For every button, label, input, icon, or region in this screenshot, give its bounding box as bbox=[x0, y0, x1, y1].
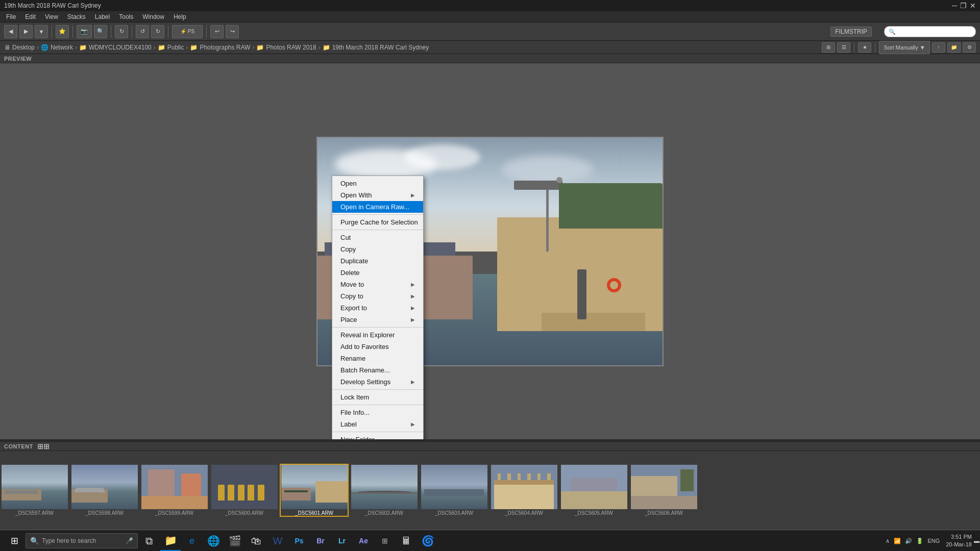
ctx-new-folder[interactable]: New Folder bbox=[332, 434, 423, 439]
view-grid-btn[interactable]: ⊞ bbox=[822, 42, 835, 53]
time-display: 3:51 PM bbox=[946, 533, 972, 541]
camera-raw-btn[interactable]: 📷 bbox=[77, 25, 92, 38]
taskbar-calc[interactable]: 🖩 bbox=[396, 531, 416, 551]
photo-lamp-arm bbox=[514, 181, 562, 190]
sort-manually-btn[interactable]: Sort Manually ▼ bbox=[879, 41, 930, 54]
ctx-reveal-explorer[interactable]: Reveal in Explorer bbox=[332, 329, 423, 341]
thumb-label-7: _DSC5603.ARW bbox=[435, 510, 473, 516]
ctx-batch-rename[interactable]: Batch Rename... bbox=[332, 364, 423, 376]
taskbar-edge[interactable]: e bbox=[182, 531, 202, 551]
thumbnail-dsc5600[interactable]: _DSC5600.ARW bbox=[210, 464, 279, 517]
ctx-add-favorites[interactable]: Add to Favorites bbox=[332, 341, 423, 353]
menu-view[interactable]: View bbox=[41, 12, 62, 21]
menu-edit[interactable]: Edit bbox=[21, 12, 40, 21]
ctx-sep-5 bbox=[332, 405, 423, 405]
breadcrumb-desktop[interactable]: Desktop bbox=[12, 44, 35, 51]
rotate-ccw-btn[interactable]: ↺ bbox=[136, 25, 149, 38]
thumbnail-dsc5598[interactable]: _DSC5598.ARW bbox=[70, 464, 139, 517]
taskbar-browser2[interactable]: 🌀 bbox=[418, 531, 438, 551]
ctx-export-to[interactable]: Export to▶ bbox=[332, 302, 423, 314]
thumbnail-dsc5601[interactable]: _DSC5601.ARW bbox=[280, 464, 349, 517]
breadcrumb-photos-raw-2018[interactable]: Photos RAW 2018 bbox=[266, 44, 316, 51]
ctx-copy-to[interactable]: Copy to▶ bbox=[332, 290, 423, 302]
breadcrumb-network[interactable]: Network bbox=[51, 44, 73, 51]
ctx-move-to[interactable]: Move to▶ bbox=[332, 279, 423, 290]
ctx-open[interactable]: Open bbox=[332, 178, 423, 189]
menu-stacks[interactable]: Stacks bbox=[63, 12, 90, 21]
taskbar-explorer[interactable]: 📁 bbox=[160, 531, 181, 551]
menu-label[interactable]: Label bbox=[91, 12, 114, 21]
thumb-img-4 bbox=[211, 465, 278, 509]
taskbar-store[interactable]: 🛍 bbox=[246, 531, 266, 551]
favorites-btn[interactable]: ⭐ bbox=[56, 25, 69, 38]
sort-asc-btn[interactable]: ↑ bbox=[932, 42, 945, 53]
breadcrumb-icon-photoraw: 📁 bbox=[190, 44, 198, 51]
favorites-star-btn[interactable]: ★ bbox=[858, 42, 871, 53]
ctx-open-with[interactable]: Open With▶ bbox=[332, 189, 423, 201]
refresh-btn[interactable]: ↻ bbox=[115, 25, 128, 38]
folder-view-btn[interactable]: 📁 bbox=[947, 42, 961, 53]
view-list-btn[interactable]: ☰ bbox=[837, 42, 850, 53]
thumb-img-1 bbox=[2, 465, 68, 509]
taskbar-ae[interactable]: Ae bbox=[353, 531, 374, 551]
back-btn[interactable]: ◀ bbox=[4, 25, 17, 38]
thumbnail-dsc5603[interactable]: _DSC5603.ARW bbox=[420, 464, 488, 517]
task-view-btn[interactable]: ⧉ bbox=[139, 531, 159, 551]
ctx-copy[interactable]: Copy bbox=[332, 243, 423, 255]
taskbar-word[interactable]: W bbox=[267, 531, 288, 551]
breadcrumb-current-folder[interactable]: 19th March 2018 RAW Carl Sydney bbox=[332, 44, 429, 51]
ctx-purge-cache[interactable]: Purge Cache for Selection bbox=[332, 216, 423, 228]
undo-btn[interactable]: ↩ bbox=[210, 25, 224, 38]
history-btn[interactable]: ▼ bbox=[35, 25, 48, 38]
redo-btn[interactable]: ↪ bbox=[226, 25, 239, 38]
title-bar: 19th March 2018 RAW Carl Sydney ─ ❐ ✕ bbox=[0, 0, 980, 11]
notification-area[interactable]: ▬ bbox=[974, 538, 976, 544]
breadcrumb-public[interactable]: Public bbox=[167, 44, 184, 51]
close-btn[interactable]: ✕ bbox=[970, 2, 976, 10]
search-input[interactable] bbox=[884, 26, 976, 37]
taskbar-media-encoder[interactable]: ⊞ bbox=[375, 531, 395, 551]
thumbnail-dsc5604[interactable]: _DSC5604.ARW bbox=[489, 464, 558, 517]
ctx-rename[interactable]: Rename bbox=[332, 353, 423, 364]
ctx-develop-settings[interactable]: Develop Settings▶ bbox=[332, 376, 423, 388]
open-in-photoshop-btn[interactable]: ⚡ PS bbox=[172, 25, 203, 38]
rotate-cw-btn[interactable]: ↻ bbox=[151, 25, 164, 38]
taskbar-lightroom[interactable]: Lr bbox=[332, 531, 352, 551]
menu-window[interactable]: Window bbox=[138, 12, 168, 21]
ctx-file-info[interactable]: File Info... bbox=[332, 407, 423, 418]
ctx-open-camera-raw[interactable]: Open in Camera Raw... bbox=[332, 201, 423, 213]
thumbnail-dsc5599[interactable]: _DSC5599.ARW bbox=[140, 464, 209, 517]
taskbar-bridge[interactable]: Br bbox=[310, 531, 331, 551]
tray-up-arrow[interactable]: ∧ bbox=[886, 538, 890, 544]
ctx-delete[interactable]: Delete bbox=[332, 267, 423, 279]
thumb-img-10 bbox=[631, 465, 697, 509]
menu-help[interactable]: Help bbox=[169, 12, 190, 21]
taskbar-media[interactable]: 🎬 bbox=[225, 531, 245, 551]
ctx-label[interactable]: Label▶ bbox=[332, 418, 423, 430]
ctx-place[interactable]: Place▶ bbox=[332, 314, 423, 325]
loupe-btn[interactable]: 🔍 bbox=[94, 25, 107, 38]
date-display: 20-Mar-18 bbox=[946, 541, 972, 548]
thumbnail-dsc5606[interactable]: _DSC5606.ARW bbox=[629, 464, 698, 517]
menu-file[interactable]: File bbox=[2, 12, 20, 21]
breadcrumb-nas[interactable]: WDMYCLOUDEX4100 bbox=[89, 44, 152, 51]
ctx-duplicate[interactable]: Duplicate bbox=[332, 255, 423, 267]
filmstrip-label[interactable]: FILMSTRIP bbox=[830, 27, 872, 37]
restore-btn[interactable]: ❐ bbox=[960, 2, 967, 10]
taskbar-photoshop[interactable]: Ps bbox=[289, 531, 309, 551]
settings-view-btn[interactable]: ⚙ bbox=[963, 42, 976, 53]
ctx-cut[interactable]: Cut bbox=[332, 232, 423, 243]
taskbar-chrome[interactable]: 🌐 bbox=[203, 531, 224, 551]
start-button[interactable]: ⊞ bbox=[4, 532, 24, 550]
breadcrumb-photographs-raw[interactable]: Photographs RAW bbox=[200, 44, 250, 51]
ctx-lock-item[interactable]: Lock Item bbox=[332, 391, 423, 403]
breadcrumb-icon-desktop: 🖥 bbox=[4, 44, 10, 51]
minimize-btn[interactable]: ─ bbox=[952, 2, 957, 10]
taskbar-search[interactable]: 🔍 Type here to search 🎤 bbox=[26, 533, 138, 548]
forward-btn[interactable]: ▶ bbox=[19, 25, 33, 38]
photo-cloud-3 bbox=[502, 156, 594, 184]
thumbnail-dsc5602[interactable]: _DSC5602.ARW bbox=[350, 464, 419, 517]
menu-tools[interactable]: Tools bbox=[115, 12, 137, 21]
thumbnail-dsc5597[interactable]: _DSC5597.ARW bbox=[0, 464, 69, 517]
thumbnail-dsc5605[interactable]: _DSC5605.ARW bbox=[559, 464, 628, 517]
